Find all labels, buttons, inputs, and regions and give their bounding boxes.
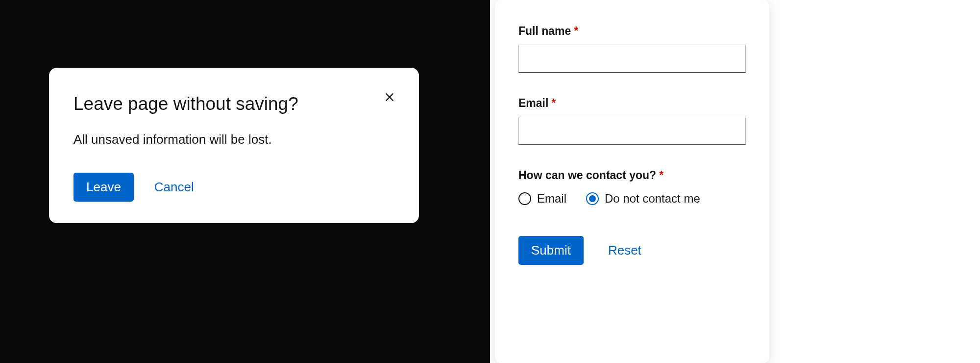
email-input[interactable] <box>518 117 746 145</box>
required-asterisk: * <box>551 97 556 109</box>
fullname-label: Full name* <box>518 25 746 38</box>
radio-group: Email Do not contact me <box>518 192 746 206</box>
close-button[interactable] <box>381 88 398 106</box>
modal-footer: Leave Cancel <box>74 173 394 202</box>
contact-method-label-text: How can we contact you? <box>518 169 656 182</box>
contact-method-group: How can we contact you?* Email Do not co… <box>518 169 746 206</box>
leave-button[interactable]: Leave <box>74 173 134 202</box>
cancel-button[interactable]: Cancel <box>154 173 194 202</box>
radio-circle-icon <box>518 192 531 205</box>
radio-circle-checked-icon <box>586 192 599 205</box>
radio-dot-icon <box>589 195 596 202</box>
fullname-group: Full name* <box>518 25 746 73</box>
radio-option-email[interactable]: Email <box>518 192 566 206</box>
fullname-input[interactable] <box>518 45 746 73</box>
radio-option-no-contact[interactable]: Do not contact me <box>586 192 700 206</box>
form-actions: Submit Reset <box>518 236 746 265</box>
submit-button[interactable]: Submit <box>518 236 584 265</box>
contact-form: Full name* Email* How can we contact you… <box>495 0 769 363</box>
leave-page-modal: Leave page without saving? All unsaved i… <box>49 68 419 223</box>
modal-header: Leave page without saving? <box>74 92 394 116</box>
dark-backdrop: Leave page without saving? All unsaved i… <box>0 0 490 363</box>
required-asterisk: * <box>659 169 663 182</box>
modal-body: All unsaved information will be lost. <box>74 130 394 148</box>
fullname-label-text: Full name <box>518 25 571 37</box>
form-panel: Full name* Email* How can we contact you… <box>490 0 980 363</box>
email-label-text: Email <box>518 97 548 109</box>
required-asterisk: * <box>574 25 578 37</box>
modal-title: Leave page without saving? <box>74 92 298 116</box>
email-label: Email* <box>518 97 746 110</box>
email-group: Email* <box>518 97 746 145</box>
radio-label: Email <box>537 192 566 206</box>
radio-label: Do not contact me <box>605 192 700 206</box>
contact-method-label: How can we contact you?* <box>518 169 746 182</box>
close-icon <box>383 90 396 104</box>
reset-button[interactable]: Reset <box>608 236 641 265</box>
